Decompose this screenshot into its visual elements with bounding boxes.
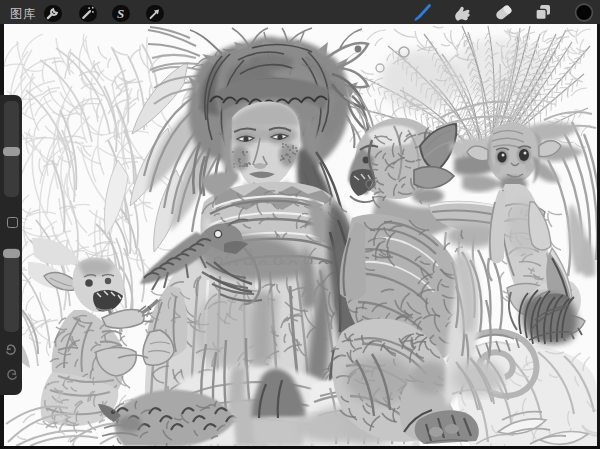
svg-text:S: S — [117, 6, 124, 21]
